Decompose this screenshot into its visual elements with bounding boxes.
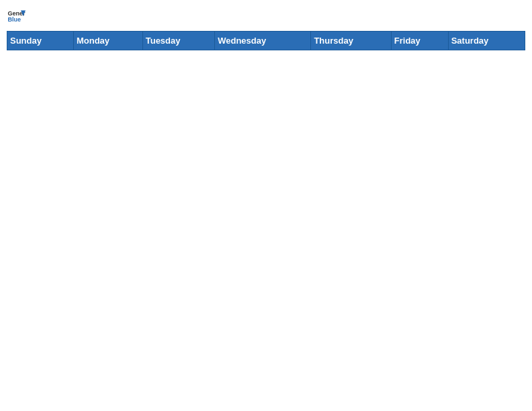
- calendar-header-thursday: Thursday: [311, 32, 391, 50]
- calendar-header-row: SundayMondayTuesdayWednesdayThursdayFrid…: [7, 32, 525, 50]
- header: General Blue: [7, 7, 525, 26]
- calendar-header-tuesday: Tuesday: [142, 32, 214, 50]
- calendar-header-friday: Friday: [391, 32, 448, 50]
- calendar-header-monday: Monday: [73, 32, 142, 50]
- calendar-table: SundayMondayTuesdayWednesdayThursdayFrid…: [7, 31, 525, 50]
- calendar-header-sunday: Sunday: [7, 32, 74, 50]
- logo: General Blue: [7, 7, 26, 26]
- logo-icon: General Blue: [7, 7, 26, 26]
- calendar-header-saturday: Saturday: [448, 32, 525, 50]
- svg-text:Blue: Blue: [7, 16, 21, 23]
- calendar-header-wednesday: Wednesday: [215, 32, 311, 50]
